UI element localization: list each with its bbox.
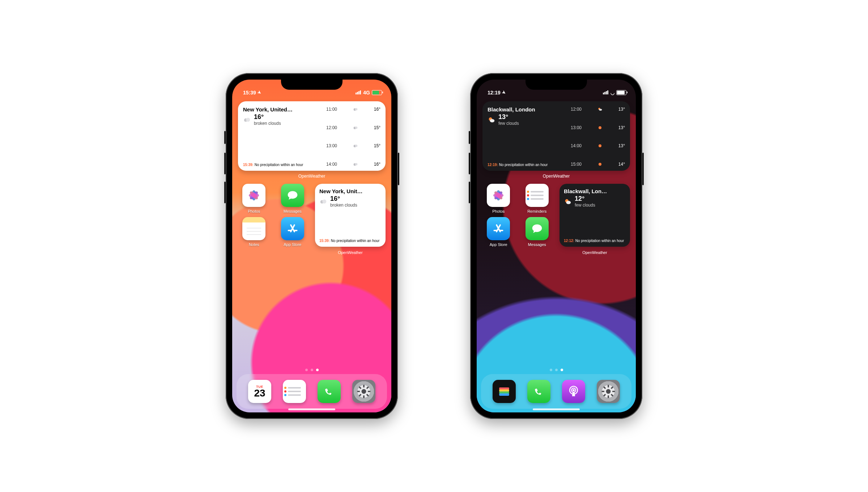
screen-dark[interactable]: 12:19 ➤ ◡︎ Blackwall, London [477,80,636,412]
dock-settings[interactable] [352,380,375,403]
widget-small-label: OpenWeather [315,250,386,255]
svg-point-3 [355,108,358,111]
svg-rect-21 [363,385,365,387]
svg-point-33 [599,126,601,129]
status-time: 15:39 [243,90,256,96]
svg-rect-27 [359,386,362,389]
svg-rect-22 [363,395,365,398]
svg-rect-61 [610,394,613,396]
svg-rect-60 [603,386,606,389]
messages-icon [281,184,304,207]
widget-temp: 16° [254,113,281,121]
notch [281,80,342,90]
svg-rect-48 [499,391,509,394]
battery-icon [372,90,382,95]
svg-rect-59 [603,394,606,396]
widget-small-label: OpenWeather [559,250,630,255]
location-arrow-icon: ➤ [501,89,507,96]
svg-rect-26 [359,394,362,396]
svg-rect-49 [499,394,509,396]
weather-widget-medium[interactable]: Blackwall, London 13° few clouds 12:19: … [482,101,630,171]
cell-signal-icon [603,90,609,96]
dock-settings[interactable] [597,380,620,403]
widget-medium-label: OpenWeather [238,174,386,179]
svg-point-20 [362,389,366,394]
notch [526,80,587,90]
home-indicator[interactable] [533,408,580,410]
svg-rect-28 [366,394,369,396]
location-arrow-icon: ➤ [256,89,262,96]
svg-point-32 [599,109,602,111]
dock [481,374,631,409]
photos-icon [242,184,265,207]
svg-rect-23 [357,391,360,392]
svg-rect-58 [610,386,613,389]
network-label: 4G [363,90,370,96]
home-indicator[interactable] [288,408,335,410]
page-indicator[interactable] [238,369,386,374]
broken-clouds-icon [319,198,327,205]
dock-calendar[interactable]: TUE23 [248,380,271,403]
widget-location: New York, United… [243,106,301,113]
svg-rect-55 [608,395,609,398]
svg-rect-54 [608,385,609,387]
phone-dark: 12:19 ➤ ◡︎ Blackwall, London [470,73,642,419]
wifi-icon: ◡︎ [610,90,614,95]
app-photos[interactable]: Photos [238,184,270,213]
widget-medium-label: OpenWeather [482,174,630,179]
weather-widget-medium[interactable]: New York, United… 16° broken clouds 15:3… [238,101,386,171]
dock-wallet[interactable] [493,380,516,403]
svg-point-35 [599,163,601,166]
weather-widget-small[interactable]: Blackwall, Lon… 12° few clouds 12:12: No… [559,184,630,247]
notes-icon [242,217,265,240]
app-reminders[interactable]: Reminders [521,184,553,213]
widget-note: 15:39: No precipitation within an hour [243,163,303,167]
messages-icon [526,217,549,240]
home-grid: Photos Messages New York, Unit… [238,184,386,247]
dock-podcasts[interactable] [562,380,585,403]
forecast-list: 11:0016° 12:0015° 13:0015° 14:0016° [326,106,380,167]
dock-reminders[interactable] [283,380,306,403]
svg-point-52 [573,389,575,391]
broken-clouds-icon [243,116,251,124]
screen-light[interactable]: 15:39 ➤ 4G New York, United… [232,80,391,412]
svg-rect-46 [499,387,509,390]
svg-point-34 [599,144,601,147]
svg-rect-25 [366,386,369,389]
svg-point-19 [322,199,326,203]
app-photos[interactable]: Photos [482,184,515,213]
phone-light: 15:39 ➤ 4G New York, United… [226,73,398,419]
svg-point-30 [490,119,494,122]
svg-rect-57 [612,391,615,392]
weather-widget-small[interactable]: New York, Unit… 16° broken clouds 15:39:… [315,184,386,247]
svg-point-53 [606,389,611,394]
svg-rect-24 [368,391,370,392]
svg-point-9 [355,163,358,166]
svg-point-7 [355,145,358,147]
battery-icon [616,90,626,95]
few-clouds-icon [488,116,495,124]
appstore-icon [487,217,510,240]
comparison-stage: 15:39 ➤ 4G New York, United… [0,0,868,492]
app-appstore[interactable]: App Store [277,217,309,247]
svg-point-45 [566,201,571,204]
app-notes[interactable]: Notes [238,217,270,247]
app-appstore[interactable]: App Store [482,217,515,247]
home-grid: Photos Reminders Blackwall, Lon… 12° few… [482,184,630,247]
cell-signal-icon [356,90,361,96]
svg-rect-56 [602,391,604,392]
dock-phone[interactable] [318,380,341,403]
app-messages[interactable]: Messages [521,217,553,247]
widget-desc: broken clouds [254,121,281,126]
svg-rect-47 [499,390,509,392]
few-clouds-icon [564,198,572,205]
reminders-icon [526,184,549,207]
dock: TUE23 [237,374,387,409]
photos-icon [487,184,510,207]
page-indicator[interactable] [482,369,630,374]
status-time: 12:19 [488,90,501,96]
svg-point-1 [246,118,250,122]
appstore-icon [281,217,304,240]
dock-phone[interactable] [527,380,550,403]
app-messages[interactable]: Messages [277,184,309,213]
